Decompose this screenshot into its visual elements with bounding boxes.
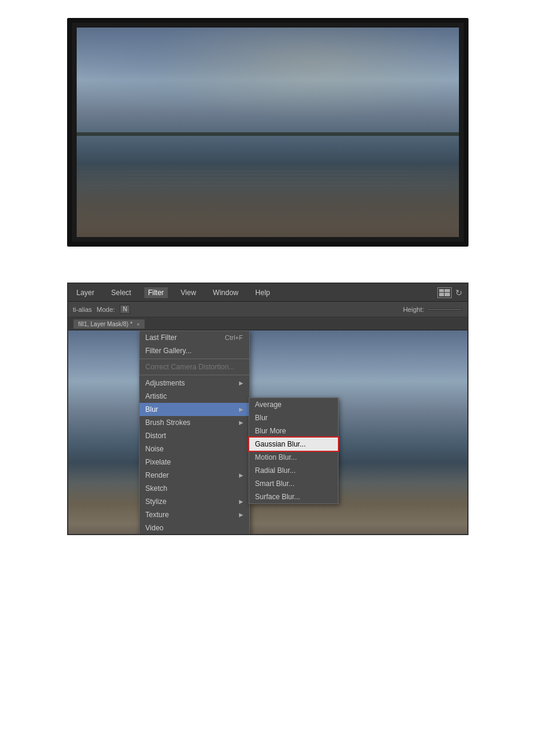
filter-menu-dropdown: Last Filter Ctrl+F Filter Gallery... Cor… — [139, 330, 250, 534]
menu-bar: Layer Select Filter View Window Help ↻ — [68, 284, 467, 302]
filter-sketch[interactable]: Sketch — [140, 482, 249, 495]
filter-dropdown-panel: Last Filter Ctrl+F Filter Gallery... Cor… — [139, 330, 250, 534]
toolbar-row: ti-alias Mode: N Height: — [68, 302, 467, 317]
filter-distort[interactable]: Distort — [140, 429, 249, 442]
blur-gaussian[interactable]: Gaussian Blur... — [249, 438, 338, 451]
height-label: Height: — [403, 306, 424, 313]
arrow-icon: ▶ — [239, 380, 243, 386]
filter-blur[interactable]: Blur ▶ — [140, 403, 249, 416]
stylize-arrow-icon: ▶ — [239, 499, 243, 505]
filter-pixelate[interactable]: Pixelate — [140, 456, 249, 469]
separator-2 — [140, 375, 249, 375]
mode-dropdown[interactable]: N — [120, 305, 130, 314]
anti-alias-label: ti-alias — [73, 306, 92, 313]
filter-render[interactable]: Render ▶ — [140, 469, 249, 482]
layout-grid-icon[interactable] — [437, 287, 452, 298]
canvas-area: Last Filter Ctrl+F Filter Gallery... Cor… — [68, 330, 467, 534]
filter-gallery[interactable]: Filter Gallery... — [140, 344, 249, 357]
blur-blur-more[interactable]: Blur More — [249, 424, 338, 438]
filter-last-filter[interactable]: Last Filter Ctrl+F — [140, 331, 249, 344]
menu-help[interactable]: Help — [252, 287, 274, 298]
blur-surface[interactable]: Surface Blur... — [249, 490, 338, 503]
tab-bar: fill1, Layer Mask/8) * × — [68, 317, 467, 330]
landscape-photo — [77, 28, 459, 237]
blur-submenu-panel: Average Blur Blur More Gaussian Blur... … — [249, 397, 338, 504]
height-input[interactable] — [427, 308, 463, 311]
tab-label: fill1, Layer Mask/8) * — [78, 321, 133, 327]
blur-arrow-icon: ▶ — [239, 406, 243, 412]
filter-artistic[interactable]: Artistic — [140, 390, 249, 403]
menu-select[interactable]: Select — [108, 287, 135, 298]
filter-stylize[interactable]: Stylize ▶ — [140, 495, 249, 508]
horizon-strip — [77, 132, 459, 136]
menu-view[interactable]: View — [177, 287, 200, 298]
filter-correct-camera: Correct Camera Distortion... — [140, 360, 249, 374]
blur-motion[interactable]: Motion Blur... — [249, 451, 338, 464]
water-reflection — [77, 168, 459, 221]
top-image-panel — [67, 18, 468, 247]
refresh-icon[interactable]: ↻ — [455, 288, 463, 297]
filter-adjustments[interactable]: Adjustments ▶ — [140, 377, 249, 390]
mode-label: Mode: — [96, 306, 115, 313]
filter-texture[interactable]: Texture ▶ — [140, 508, 249, 521]
filter-brush-strokes[interactable]: Brush Strokes ▶ — [140, 416, 249, 429]
document-tab[interactable]: fill1, Layer Mask/8) * × — [73, 319, 146, 329]
filter-noise[interactable]: Noise — [140, 442, 249, 456]
filter-video[interactable]: Video — [140, 521, 249, 534]
texture-arrow-icon: ▶ — [239, 512, 243, 518]
blur-radial[interactable]: Radial Blur... — [249, 464, 338, 477]
menu-filter[interactable]: Filter — [144, 287, 168, 298]
render-arrow-icon: ▶ — [239, 472, 243, 478]
menu-window[interactable]: Window — [209, 287, 242, 298]
blur-average[interactable]: Average — [249, 398, 338, 411]
brush-strokes-arrow-icon: ▶ — [239, 420, 243, 426]
blur-smart[interactable]: Smart Blur... — [249, 477, 338, 490]
tab-close-button[interactable]: × — [137, 321, 140, 327]
separator-1 — [140, 359, 249, 359]
menu-layer[interactable]: Layer — [73, 287, 98, 298]
blur-blur[interactable]: Blur — [249, 411, 338, 424]
photoshop-screenshot: Layer Select Filter View Window Help ↻ t… — [67, 283, 468, 535]
